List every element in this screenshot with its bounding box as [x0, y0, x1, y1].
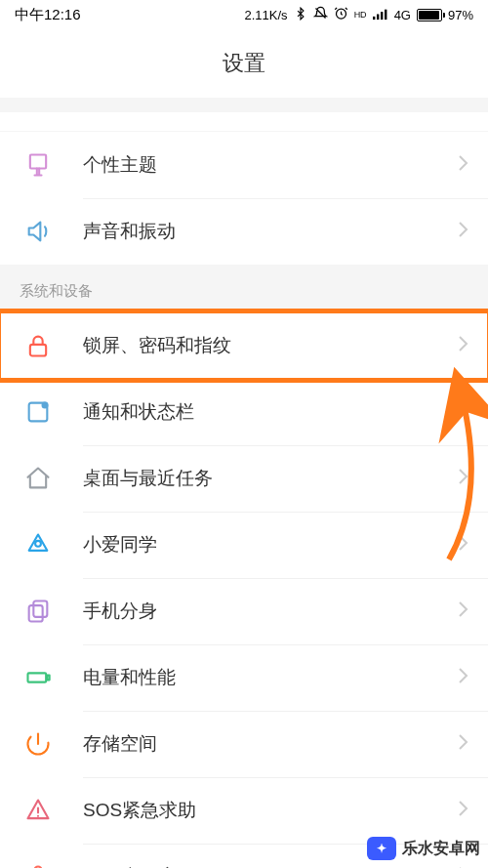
- chevron-right-icon: [457, 468, 468, 489]
- page-title: 设置: [0, 29, 488, 98]
- svg-rect-1: [373, 16, 375, 19]
- lab-icon: [24, 863, 83, 868]
- battery-icon: [24, 664, 83, 691]
- row-label: MIUI实验室: [83, 864, 457, 868]
- status-bar: 中午12:16 2.11K/s HD 4G 97%: [0, 0, 488, 29]
- status-right: 2.11K/s HD 4G 97%: [245, 6, 473, 23]
- sos-icon: [24, 797, 83, 824]
- svg-point-8: [42, 402, 49, 409]
- lock-icon: [24, 332, 83, 359]
- settings-row-clone[interactable]: 手机分身: [0, 578, 488, 644]
- settings-row-sound[interactable]: 声音和振动: [0, 198, 488, 265]
- settings-row-battery[interactable]: 电量和性能: [0, 644, 488, 711]
- svg-rect-13: [47, 676, 49, 681]
- cutoff-row: [0, 112, 488, 132]
- dnd-icon: [313, 6, 328, 23]
- settings-row-storage[interactable]: 存储空间: [0, 711, 488, 777]
- settings-row-notify[interactable]: 通知和状态栏: [0, 379, 488, 445]
- svg-rect-10: [33, 601, 47, 617]
- theme-icon: [24, 151, 83, 179]
- svg-rect-4: [385, 9, 386, 19]
- settings-row-xiaoai[interactable]: 小爱同学: [0, 512, 488, 578]
- row-label: 手机分身: [83, 599, 457, 624]
- svg-rect-3: [381, 12, 383, 20]
- chevron-right-icon: [457, 154, 468, 176]
- settings-row-desktop[interactable]: 桌面与最近任务: [0, 445, 488, 512]
- svg-rect-5: [30, 155, 46, 169]
- chevron-right-icon: [457, 534, 468, 556]
- row-label: SOS紧急求助: [83, 798, 457, 823]
- chevron-right-icon: [457, 667, 468, 688]
- chevron-right-icon: [457, 335, 468, 356]
- settings-row-sos[interactable]: SOS紧急求助: [0, 777, 488, 844]
- notify-icon: [24, 398, 83, 426]
- chevron-right-icon: [457, 221, 468, 242]
- section-header-system: 系统和设备: [0, 265, 488, 312]
- svg-rect-2: [377, 14, 379, 20]
- row-label: 个性主题: [83, 152, 457, 178]
- net-speed: 2.11K/s: [245, 8, 288, 22]
- svg-rect-11: [29, 605, 43, 621]
- svg-rect-12: [28, 673, 47, 682]
- network-label: 4G: [394, 8, 411, 22]
- row-label: 锁屏、密码和指纹: [83, 333, 457, 358]
- watermark-text: 乐水安卓网: [402, 839, 480, 859]
- battery-icon: [417, 9, 442, 21]
- signal-icon: [373, 7, 388, 23]
- chevron-right-icon: [457, 800, 468, 821]
- alarm-icon: [334, 6, 348, 23]
- watermark: 乐水安卓网: [367, 837, 480, 860]
- xiaoai-icon: [24, 531, 83, 558]
- row-label: 通知和状态栏: [83, 399, 457, 425]
- battery-pct: 97%: [448, 8, 473, 22]
- row-label: 电量和性能: [83, 665, 457, 690]
- watermark-icon: [367, 837, 396, 860]
- row-label: 小爱同学: [83, 532, 457, 558]
- home-icon: [24, 465, 83, 492]
- clone-icon: [24, 598, 83, 625]
- settings-row-lock[interactable]: 锁屏、密码和指纹: [0, 312, 488, 379]
- row-label: 存储空间: [83, 731, 457, 757]
- chevron-right-icon: [457, 733, 468, 755]
- row-label: 声音和振动: [83, 219, 457, 244]
- row-label: 桌面与最近任务: [83, 466, 457, 491]
- battery-fill: [419, 11, 439, 20]
- sound-icon: [24, 218, 83, 245]
- storage-icon: [24, 730, 83, 758]
- status-time: 中午12:16: [15, 6, 81, 24]
- settings-row-theme[interactable]: 个性主题: [0, 132, 488, 198]
- svg-point-9: [35, 541, 41, 547]
- svg-rect-6: [30, 345, 46, 356]
- hd-label: HD: [354, 10, 367, 20]
- chevron-right-icon: [457, 401, 468, 423]
- bluetooth-icon: [294, 7, 307, 23]
- chevron-right-icon: [457, 600, 468, 622]
